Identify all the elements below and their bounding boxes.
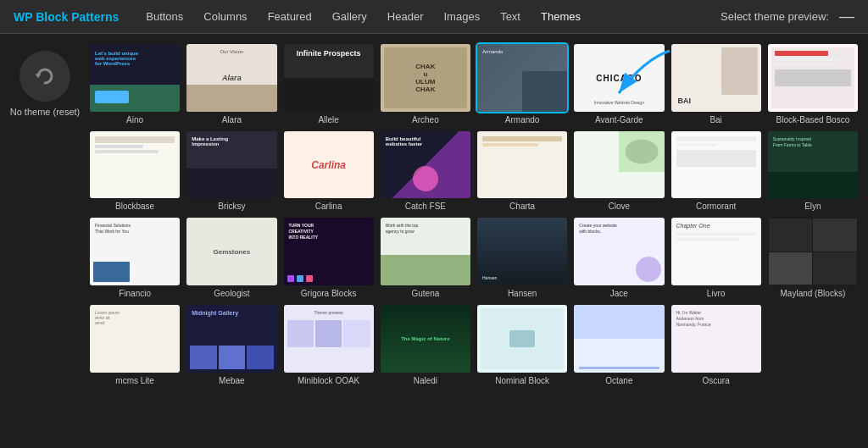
theme-grigora-label: Grigora Blocks [284, 289, 374, 298]
theme-bricksy[interactable]: Make a LastingImpression Bricksy [186, 131, 276, 212]
theme-miniblock[interactable]: Theme preview Miniblock OOAK [284, 305, 374, 385]
theme-miniblock-label: Miniblock OOAK [284, 376, 374, 385]
nav-columns[interactable]: Columns [203, 10, 247, 23]
theme-charta[interactable]: Charta [477, 131, 567, 212]
theme-jace[interactable]: Create your websitewith blocks. Jace [574, 218, 664, 298]
top-nav: WP Block Patterns Buttons Columns Featur… [0, 0, 868, 34]
theme-blockbase[interactable]: Blockbase [90, 131, 180, 212]
theme-aino[interactable]: Let's build uniqueweb experiencesfor Wor… [90, 44, 180, 124]
nav-buttons[interactable]: Buttons [146, 10, 183, 23]
nav-right: Select theme preview: — [721, 8, 854, 25]
theme-mcms-lite-label: mcms Lite [90, 376, 180, 385]
theme-block-based-bosco[interactable]: Block-Based Bosco [768, 44, 858, 124]
theme-bai[interactable]: BAI Bai [671, 44, 761, 124]
theme-grigora[interactable]: TURN YOURCREATIVITYINTO REALITY Grigora … [284, 218, 374, 298]
theme-oscura-label: Oscura [671, 376, 761, 385]
theme-clove[interactable]: Clove [574, 131, 664, 212]
theme-nominal[interactable]: Nominal Block [477, 305, 567, 385]
nav-header[interactable]: Header [387, 10, 424, 23]
theme-mayland[interactable]: Mayland (Blocks) [768, 218, 858, 298]
theme-blockbase-label: Blockbase [90, 202, 180, 211]
theme-carlina-label: Carlina [284, 202, 374, 211]
theme-livro[interactable]: Chapter One Livro [671, 218, 761, 298]
themes-grid: Let's build uniqueweb experiencesfor Wor… [90, 44, 858, 438]
theme-mebae[interactable]: Midnight Gallery Mebae [186, 305, 276, 385]
theme-mcms-lite[interactable]: Lorem ipsumdolor sitamet mcms Lite [90, 305, 180, 385]
theme-catch-fse-label: Catch FSE [381, 202, 470, 211]
theme-cormorant-label: Cormorant [671, 202, 761, 211]
theme-bricksy-label: Bricksy [186, 202, 276, 211]
theme-elyn-label: Elyn [768, 202, 858, 211]
theme-financio[interactable]: Financial SolutionsThat Work for You Fin… [90, 218, 180, 298]
theme-aino-label: Aino [90, 115, 180, 124]
theme-armando[interactable]: Armando Armando [477, 44, 567, 124]
theme-block-based-bosco-label: Block-Based Bosco [768, 115, 858, 124]
theme-jace-label: Jace [574, 289, 664, 298]
app-logo[interactable]: WP Block Patterns [14, 10, 119, 24]
theme-alara-label: Alara [186, 115, 276, 124]
theme-livro-label: Livro [671, 289, 761, 298]
theme-octane[interactable]: Octane [574, 305, 664, 385]
theme-oscura[interactable]: Hi, I'm WalterAnderson fromNormandy, Fra… [671, 305, 761, 385]
theme-elyn[interactable]: Sustainably InspiredFrom Farms to Table … [768, 131, 858, 212]
theme-gutena[interactable]: Work with the topagency to grow Gutena [381, 218, 470, 298]
theme-archeo-label: Archeo [381, 115, 470, 124]
theme-allele[interactable]: Infinite Prospects Allele [284, 44, 374, 124]
theme-archeo[interactable]: CHAKuULUMCHAK Archeo [381, 44, 470, 124]
nav-featured[interactable]: Featured [268, 10, 312, 23]
theme-avant-garde[interactable]: CHICAGO Innovative Website Design Avant-… [574, 44, 664, 124]
theme-financio-label: Financio [90, 289, 180, 298]
main-content: No theme (reset) Let's build uniqueweb e… [0, 34, 868, 448]
close-button[interactable]: — [839, 8, 854, 25]
theme-mebae-label: Mebae [186, 376, 276, 385]
theme-catch-fse[interactable]: Build beautifulwebsites faster Catch FSE [381, 131, 470, 212]
theme-allele-label: Allele [284, 115, 374, 124]
no-theme-label[interactable]: No theme (reset) [10, 107, 81, 117]
theme-mayland-label: Mayland (Blocks) [768, 289, 858, 298]
theme-alara[interactable]: Our Vision Alara Alara [186, 44, 276, 124]
nav-themes[interactable]: Themes [541, 10, 581, 23]
theme-gutena-label: Gutena [381, 289, 470, 298]
theme-avant-garde-label: Avant-Garde [574, 115, 664, 124]
no-theme-icon[interactable] [19, 51, 70, 102]
theme-octane-label: Octane [574, 376, 664, 385]
theme-naledi-label: Naledi [381, 376, 470, 385]
theme-geologist-label: Geologist [186, 289, 276, 298]
theme-nominal-label: Nominal Block [477, 376, 567, 385]
theme-armando-label: Armando [477, 115, 567, 124]
theme-hansen-label: Hansen [477, 289, 567, 298]
theme-carlina[interactable]: Carlina Carlina [284, 131, 374, 212]
nav-images[interactable]: Images [444, 10, 481, 23]
theme-clove-label: Clove [574, 202, 664, 211]
theme-charta-label: Charta [477, 202, 567, 211]
select-theme-label: Select theme preview: [721, 10, 829, 23]
sidebar: No theme (reset) [7, 44, 83, 438]
theme-bai-label: Bai [671, 115, 761, 124]
theme-geologist[interactable]: Gemstones Geologist [186, 218, 276, 298]
theme-cormorant[interactable]: Cormorant [671, 131, 761, 212]
nav-text[interactable]: Text [500, 10, 520, 23]
theme-hansen[interactable]: Hansen Hansen [477, 218, 567, 298]
nav-links: Buttons Columns Featured Gallery Header … [146, 10, 721, 23]
theme-naledi[interactable]: The Magic of Nature Naledi [381, 305, 470, 385]
nav-gallery[interactable]: Gallery [332, 10, 367, 23]
